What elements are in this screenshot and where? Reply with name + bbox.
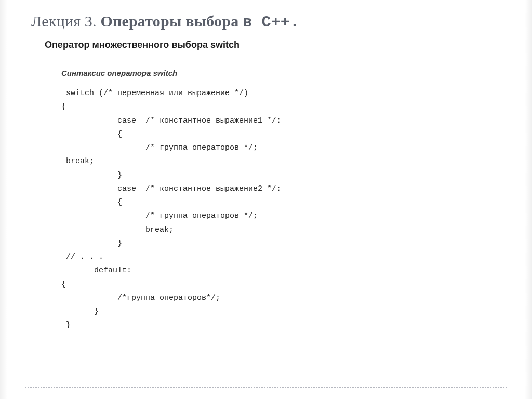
section-heading: Синтаксис оператора switch (61, 69, 507, 77)
slide: Лекция 3. Операторы выбора в С++. Операт… (0, 0, 532, 399)
code-line: } (61, 171, 122, 180)
title-bold: Операторы выбора (100, 12, 243, 30)
code-line: { (61, 102, 66, 111)
code-line: /* группа операторов */; (61, 211, 258, 220)
slide-shadow-left (0, 0, 7, 399)
code-line: case /* константное выражение1 */: (61, 116, 281, 125)
slide-shadow-right (525, 0, 532, 399)
code-line: { (61, 280, 66, 289)
code-line: { (61, 198, 122, 207)
code-line: /* группа операторов */; (61, 143, 258, 152)
code-line: { (61, 130, 122, 139)
code-line: /*группа операторов*/; (61, 294, 220, 302)
code-line: // . . . (61, 252, 103, 261)
code-line: break; (61, 157, 94, 166)
slide-title: Лекция 3. Операторы выбора в С++. (31, 12, 507, 31)
title-mono: в С++. (243, 14, 299, 31)
divider-bottom (25, 387, 507, 388)
slide-subtitle: Оператор множественного выбора switch (45, 39, 507, 54)
code-block: switch (/* переменная или выражение */) … (61, 87, 507, 332)
code-line: case /* константное выражение2 */: (61, 184, 281, 193)
content-section: Синтаксис оператора switch switch (/* пе… (61, 69, 507, 332)
title-prefix: Лекция 3. (31, 12, 100, 30)
code-line: default: (61, 266, 131, 275)
code-line: } (61, 307, 99, 316)
code-line: } (61, 239, 122, 248)
divider-top (31, 54, 507, 54)
code-line: switch (/* переменная или выражение */) (61, 89, 248, 98)
code-line: } (61, 321, 71, 329)
code-line: break; (61, 225, 174, 234)
